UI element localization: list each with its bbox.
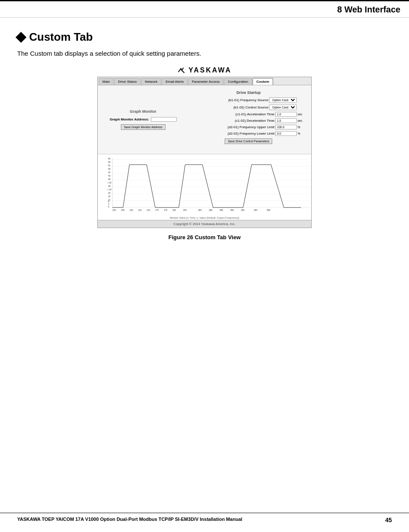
svg-text:16: 16 xyxy=(108,195,111,198)
svg-text:48: 48 xyxy=(108,168,111,170)
svg-text:202: 202 xyxy=(183,209,187,211)
svg-text:396: 396 xyxy=(267,209,271,211)
param-select-b1-02[interactable]: Option Card xyxy=(269,105,297,110)
svg-text:176: 176 xyxy=(164,209,168,211)
svg-text:0: 0 xyxy=(108,205,109,208)
section-title: Custom Tab xyxy=(17,30,392,44)
svg-text:60: 60 xyxy=(108,157,111,160)
graph-chart-container: 60 56 52 48 44 40 36 > 32 28 > 24 20 16 … xyxy=(99,156,310,216)
tab-main[interactable]: Main xyxy=(99,78,114,85)
svg-text:108: 108 xyxy=(121,209,125,211)
tab-custom[interactable]: Custom xyxy=(253,78,273,85)
main-content: Custom Tab The Custom tab displays a sel… xyxy=(0,18,409,262)
svg-text:398: 398 xyxy=(220,209,223,211)
param-unit-c1-02: sec xyxy=(298,119,306,122)
param-label-c1-01: (c1-01) Acceleration Time: xyxy=(191,112,275,116)
svg-text:36: 36 xyxy=(108,178,111,180)
param-row-b1-02: (b1-02) Control Source: Option Card xyxy=(191,105,306,110)
param-label-d2-02: (d2-02) Frequency Lower Limit: xyxy=(191,132,275,135)
param-label-d2-01: (d2-01) Frequency Upper Limit: xyxy=(191,125,275,129)
param-row-d2-02: (d2-02) Frequency Lower Limit: % xyxy=(191,131,306,136)
svg-text:> 24: > 24 xyxy=(107,188,111,191)
param-unit-d2-02: % xyxy=(298,132,306,135)
svg-text:> 32: > 32 xyxy=(107,181,111,184)
param-select-b1-01[interactable]: Option Card xyxy=(269,97,297,103)
footer-brand: YASKAWA xyxy=(17,517,40,522)
yaskawa-logo: YASKAWA xyxy=(17,66,392,74)
tab-email-alerts[interactable]: Email Alerts xyxy=(162,78,187,85)
svg-text:122: 122 xyxy=(138,209,142,211)
address-label: Graph Monitor Address: xyxy=(110,117,149,121)
left-panel: Graph Monitor Graph Monitor Address: Sav… xyxy=(100,88,186,151)
param-input-c1-02[interactable] xyxy=(275,118,297,123)
svg-text:175: 175 xyxy=(155,209,159,211)
graph-area: 60 56 52 48 44 40 36 > 32 28 > 24 20 16 … xyxy=(98,154,311,220)
svg-text:52: 52 xyxy=(108,164,111,167)
svg-text:40: 40 xyxy=(108,174,111,177)
content-area: Graph Monitor Graph Monitor Address: Sav… xyxy=(98,85,311,154)
svg-text:120: 120 xyxy=(129,209,133,211)
svg-text:124: 124 xyxy=(147,209,150,211)
svg-text:56: 56 xyxy=(108,161,111,163)
svg-text:28: 28 xyxy=(108,185,111,187)
address-row: Graph Monitor Address: xyxy=(110,117,177,122)
svg-text:180: 180 xyxy=(172,209,176,211)
tab-drive-status[interactable]: Drive Status xyxy=(114,78,141,85)
diamond-icon xyxy=(15,32,26,42)
graph-monitor-title: Graph Monitor xyxy=(130,109,156,114)
svg-text:20: 20 xyxy=(108,192,111,194)
logo-container: YASKAWA xyxy=(17,66,392,74)
param-input-d2-02[interactable] xyxy=(275,131,297,136)
screenshot-box: Main Drive Status Network Email Alerts P… xyxy=(97,77,312,228)
param-label-b1-02: (b1-02) Control Source: xyxy=(191,105,269,109)
param-row-c1-01: (c1-01) Acceleration Time: sec xyxy=(191,112,306,117)
header-bar: 8 Web Interface xyxy=(0,0,409,18)
yaskawa-logo-icon xyxy=(177,67,186,74)
footer-left: YASKAWA TOEP YAICOM 17A V1000 Option Dua… xyxy=(17,517,242,523)
param-row-b1-01: (b1-01) Frequency Source: Option Card xyxy=(191,97,306,103)
svg-text:394: 394 xyxy=(198,209,202,211)
param-unit-d2-01: % xyxy=(298,126,306,129)
section-description: The Custom tab displays a selection of q… xyxy=(17,50,392,57)
param-row-c1-02: (c1-02) Deceleration Time: sec xyxy=(191,118,306,123)
save-graph-monitor-button[interactable]: Save Graph Monitor Address xyxy=(121,124,165,130)
address-input[interactable] xyxy=(151,117,177,122)
graph-svg: 60 56 52 48 44 40 36 > 32 28 > 24 20 16 … xyxy=(99,156,310,212)
right-panel: Drive Startup (b1-01) Frequency Source: … xyxy=(189,88,309,151)
param-label-c1-02: (c1-02) Deceleration Time: xyxy=(191,119,275,123)
svg-text:105: 105 xyxy=(112,209,116,211)
svg-text:390: 390 xyxy=(230,209,234,211)
drive-startup-title: Drive Startup xyxy=(191,90,306,95)
svg-text:396: 396 xyxy=(209,209,213,211)
copyright-footer: Copyright © 2014 Yaskawa America, Inc. xyxy=(98,220,311,228)
save-drive-control-button[interactable]: Save Drive Control Parameters xyxy=(225,138,272,144)
footer-text: TOEP YAICOM 17A V1000 Option Dual-Port M… xyxy=(40,517,242,522)
page-footer: YASKAWA TOEP YAICOM 17A V1000 Option Dua… xyxy=(0,513,409,523)
param-unit-c1-01: sec xyxy=(298,113,306,116)
param-input-c1-01[interactable] xyxy=(275,112,297,117)
page-number: 45 xyxy=(385,517,392,523)
tab-configuration[interactable]: Configuration xyxy=(224,78,252,85)
figure-caption: Figure 26 Custom Tab View xyxy=(17,234,392,240)
param-input-d2-01[interactable] xyxy=(275,125,297,129)
svg-text:394: 394 xyxy=(254,209,258,211)
nav-tabs: Main Drive Status Network Email Alerts P… xyxy=(98,77,311,85)
tab-network[interactable]: Network xyxy=(141,78,161,85)
svg-text:392: 392 xyxy=(241,209,245,211)
tab-parameter-access[interactable]: Parameter Access xyxy=(188,78,224,85)
param-row-d2-01: (d2-01) Frequency Upper Limit: % xyxy=(191,125,306,129)
param-label-b1-01: (b1-01) Frequency Source: xyxy=(191,98,269,102)
graph-legend: Monitor Value [x: Time, y: Value (Defaul… xyxy=(99,216,310,219)
svg-text:44: 44 xyxy=(108,171,111,174)
header-title: 8 Web Interface xyxy=(337,5,400,14)
